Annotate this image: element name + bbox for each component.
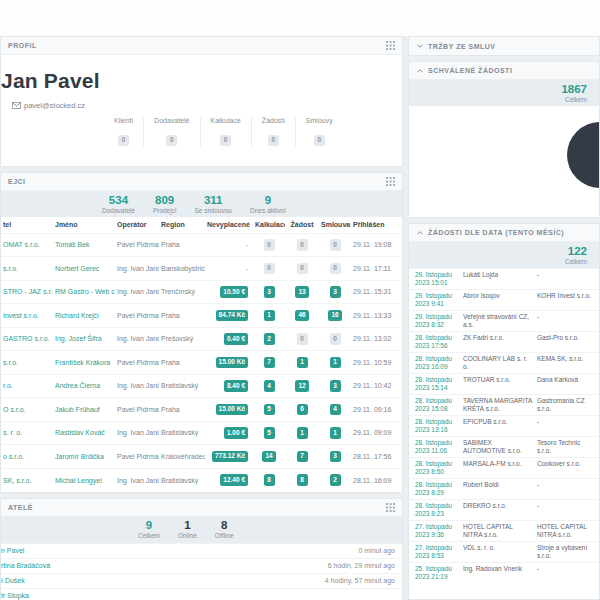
seller-name-link[interactable]: Ing. Jozef Šifra — [55, 335, 102, 342]
request-date-link[interactable]: 25. listopadu2023 21:19 — [415, 565, 463, 581]
seller-unpaid-badge: 10.50 € — [220, 286, 248, 298]
revenue-panel: TRŽBY ZE SMLUV — [408, 36, 600, 56]
profile-email[interactable]: pavel@stocked.cz — [24, 101, 85, 110]
request-date-link[interactable]: 29. listopadu2023 8:32 — [415, 313, 463, 329]
revenue-panel-header[interactable]: TRŽBY ZE SMLUV — [409, 37, 599, 55]
request-company: - — [537, 313, 594, 329]
user-name-link[interactable]: rtina Bradáčová — [1, 562, 50, 569]
approved-panel-title: SCHVÁLENÉ ŽÁDOSTI — [428, 67, 512, 74]
left-column: PROFIL Jan Pavel pavel@stocked.cz — [0, 36, 403, 600]
request-date-link[interactable]: 27. listopadu2023 8:53 — [415, 544, 463, 560]
request-row: 28. listopadu2023 8:50 MARSALA-FM s.r.o.… — [409, 457, 599, 478]
approved-panel-header[interactable]: SCHVÁLENÉ ŽÁDOSTI — [409, 62, 599, 80]
user-name-link[interactable]: í Dušek — [1, 577, 25, 584]
users-list: n Pavel 0 minut ago rtina Bradáčová 6 ho… — [1, 543, 402, 600]
seller-region: Bratislavský — [159, 374, 205, 398]
request-date-link[interactable]: 28. listopadu2023 17:56 — [415, 334, 463, 350]
seller-name-link[interactable]: Jakub Frühauf — [55, 406, 100, 413]
donut-chart[interactable] — [567, 122, 599, 188]
seller-unpaid-badge: 1.00 € — [224, 427, 248, 439]
request-name: DREKRO s.r.o. — [463, 502, 537, 518]
profile-stat-item: Žádosti 0 — [252, 117, 296, 146]
request-date-link[interactable]: 28. listopadu2023 8:23 — [415, 502, 463, 518]
chevron-up-icon[interactable] — [416, 67, 424, 75]
request-row: 28. listopadu2023 15:08 TAVERNA MARGARIT… — [409, 394, 599, 415]
bydate-panel-header[interactable]: ŽÁDOSTI DLE DATA (TENTO MĚSÍC) — [409, 224, 599, 242]
request-date-link[interactable]: 28. listopadu2023 11:06 — [415, 439, 463, 455]
request-date-link[interactable]: 28. listopadu2023 8:50 — [415, 460, 463, 476]
seller-company-link[interactable]: SK, s.r.o. — [3, 477, 31, 484]
bydate-list: 29. listopadu2023 15:01 Lukáš Lojda - 29… — [409, 268, 599, 583]
seller-name-link[interactable]: Norbert Gerec — [55, 265, 99, 272]
seller-company-link[interactable]: O s.r.o. — [3, 406, 26, 413]
grid-menu-icon[interactable] — [386, 177, 395, 186]
seller-name-link[interactable]: Richard Krejčí — [55, 312, 99, 319]
seller-name-link[interactable]: Rastislav Kováč — [55, 429, 105, 436]
sellers-stat-label: Dnes aktivní — [250, 207, 286, 214]
chevron-up-icon[interactable] — [416, 229, 424, 237]
request-company: - — [537, 481, 594, 497]
user-row: n Pavel 0 minut ago — [1, 543, 402, 558]
users-stat-value: 9 — [138, 520, 160, 531]
user-last-seen: 6 hodin, 29 minut ago — [328, 562, 395, 569]
grid-menu-icon[interactable] — [386, 503, 395, 512]
users-stat-item: 1 Online — [169, 520, 206, 539]
col-zadost: Žádost — [285, 217, 319, 233]
seller-name-link[interactable]: Michal Lengyel — [55, 477, 102, 484]
seller-region: Praha — [159, 304, 205, 328]
seller-row: STRO - JAZ s.r.o. RM Gastro - Web calk I… — [1, 280, 404, 304]
profile-stat-item: Dodavatelé 0 — [144, 117, 200, 146]
sellers-stat-item: 9 Dnes aktivní — [241, 195, 295, 214]
request-name: COOLINARY LAB s. r. o. — [463, 355, 537, 371]
seller-region: Praha — [159, 351, 205, 375]
seller-unpaid-badge: 8.40 € — [224, 380, 248, 392]
seller-company-link[interactable]: r.o. — [3, 382, 13, 389]
seller-request-badge: 6 — [297, 404, 308, 416]
seller-name-link[interactable]: Jaromír Brdička — [55, 453, 104, 460]
seller-company-link[interactable]: GASTRO s.r.o. — [3, 335, 50, 342]
request-date-link[interactable]: 29. listopadu2023 15:01 — [415, 271, 463, 287]
seller-name-link[interactable]: Andrea Čierna — [55, 382, 100, 389]
seller-company-link[interactable]: STRO - JAZ s.r.o. — [3, 288, 53, 295]
request-date-link[interactable]: 27. listopadu2023 9:36 — [415, 523, 463, 539]
request-row: 29. listopadu2023 9:41 Abror Isoqov KOHR… — [409, 289, 599, 310]
request-company: Stroje a vybavení s.r.o. — [537, 544, 594, 560]
chevron-down-icon[interactable] — [416, 42, 424, 50]
bydate-total-value: 122 — [565, 246, 587, 257]
seller-company-link[interactable]: OMAT s.r.o. — [3, 241, 40, 248]
request-date-link[interactable]: 28. listopadu2023 15:14 — [415, 376, 463, 392]
seller-calc-badge: 4 — [264, 380, 275, 392]
request-date-link[interactable]: 28. listopadu2023 13:16 — [415, 418, 463, 434]
request-row: 27. listopadu2023 9:36 HOTEL CAPITAL NIT… — [409, 520, 599, 541]
seller-company-link[interactable]: s.r.o. — [3, 265, 18, 272]
seller-name-link[interactable]: RM Gastro - Web calk — [55, 288, 115, 295]
seller-unpaid-badge: 12.40 € — [220, 474, 248, 486]
request-date-link[interactable]: 29. listopadu2023 9:41 — [415, 292, 463, 308]
seller-operator: Ing. Ivan Janček — [115, 257, 159, 281]
user-name-link[interactable]: tr Stupka — [1, 592, 29, 599]
sellers-stat-item: 534 Dodavatelé — [93, 195, 144, 214]
seller-company-link[interactable]: Invest s.r.o. — [3, 312, 39, 319]
users-statbar: 9 Celkem 1 Online 8 Offline — [1, 517, 402, 543]
seller-company-link[interactable]: s.r.o. — [3, 359, 18, 366]
seller-region: Praha — [159, 233, 205, 257]
request-row: 29. listopadu2023 15:01 Lukáš Lojda - — [409, 268, 599, 289]
grid-menu-icon[interactable] — [386, 41, 395, 50]
request-date-link[interactable]: 28. listopadu2023 8:29 — [415, 481, 463, 497]
seller-request-badge: 1 — [297, 427, 308, 439]
user-name-link[interactable]: n Pavel — [1, 547, 24, 554]
request-date-link[interactable]: 28. listopadu2023 16:09 — [415, 355, 463, 371]
revenue-panel-title: TRŽBY ZE SMLUV — [428, 43, 496, 50]
seller-contract-badge: 0 — [330, 239, 341, 251]
request-date-link[interactable]: 28. listopadu2023 15:08 — [415, 397, 463, 413]
seller-name-link[interactable]: František Krákora — [55, 359, 110, 366]
seller-operator: Ing. Ivan Janček — [115, 327, 159, 351]
seller-unpaid-badge: 15.00 Kč — [216, 357, 248, 369]
users-stat-item: 9 Celkem — [129, 520, 169, 539]
approved-panel: SCHVÁLENÉ ŽÁDOSTI 1867 Celkem — [408, 61, 600, 218]
seller-company-link[interactable]: s. r. o. — [3, 429, 22, 436]
request-name: TAVERNA MARGARITA KRÉTA s.r.o. — [463, 397, 537, 413]
seller-name-link[interactable]: Tomáš Bek — [55, 241, 90, 248]
seller-company-link[interactable]: o s.r.o. — [3, 453, 24, 460]
seller-region: Královéhradecký — [159, 445, 205, 469]
